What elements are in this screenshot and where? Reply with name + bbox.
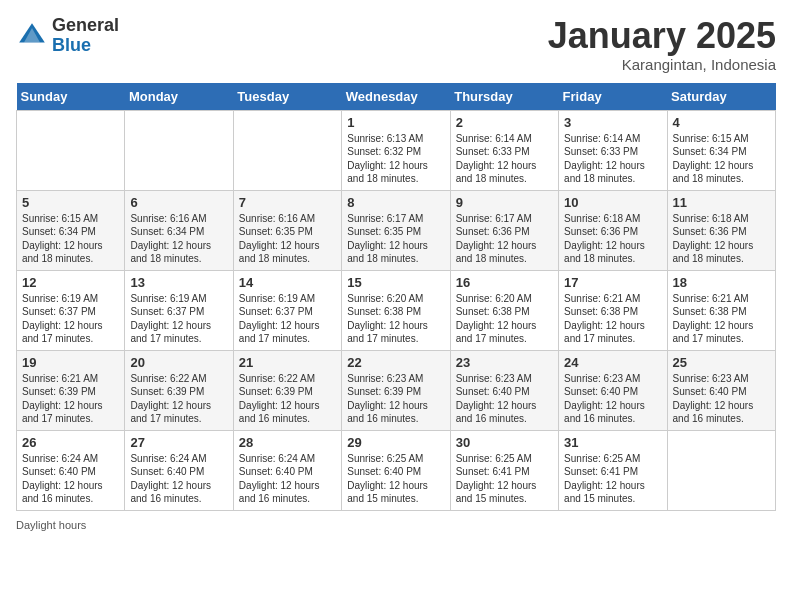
calendar-cell: 14Sunrise: 6:19 AM Sunset: 6:37 PM Dayli… <box>233 270 341 350</box>
day-number: 17 <box>564 275 661 290</box>
calendar-cell <box>125 110 233 190</box>
calendar-cell: 1Sunrise: 6:13 AM Sunset: 6:32 PM Daylig… <box>342 110 450 190</box>
calendar-cell <box>233 110 341 190</box>
header-day-tuesday: Tuesday <box>233 83 341 111</box>
day-info: Sunrise: 6:17 AM Sunset: 6:35 PM Dayligh… <box>347 212 444 266</box>
day-number: 22 <box>347 355 444 370</box>
day-number: 13 <box>130 275 227 290</box>
calendar-cell: 31Sunrise: 6:25 AM Sunset: 6:41 PM Dayli… <box>559 430 667 510</box>
day-info: Sunrise: 6:20 AM Sunset: 6:38 PM Dayligh… <box>347 292 444 346</box>
calendar-week-4: 19Sunrise: 6:21 AM Sunset: 6:39 PM Dayli… <box>17 350 776 430</box>
day-info: Sunrise: 6:23 AM Sunset: 6:40 PM Dayligh… <box>456 372 553 426</box>
logo-icon <box>16 20 48 52</box>
calendar-subtitle: Karangintan, Indonesia <box>548 56 776 73</box>
calendar-cell: 22Sunrise: 6:23 AM Sunset: 6:39 PM Dayli… <box>342 350 450 430</box>
footer: Daylight hours <box>16 519 776 531</box>
day-info: Sunrise: 6:22 AM Sunset: 6:39 PM Dayligh… <box>239 372 336 426</box>
day-number: 10 <box>564 195 661 210</box>
day-info: Sunrise: 6:21 AM Sunset: 6:38 PM Dayligh… <box>564 292 661 346</box>
calendar-cell: 12Sunrise: 6:19 AM Sunset: 6:37 PM Dayli… <box>17 270 125 350</box>
calendar-cell: 18Sunrise: 6:21 AM Sunset: 6:38 PM Dayli… <box>667 270 775 350</box>
day-info: Sunrise: 6:23 AM Sunset: 6:40 PM Dayligh… <box>564 372 661 426</box>
day-number: 30 <box>456 435 553 450</box>
day-number: 31 <box>564 435 661 450</box>
day-info: Sunrise: 6:22 AM Sunset: 6:39 PM Dayligh… <box>130 372 227 426</box>
calendar-week-3: 12Sunrise: 6:19 AM Sunset: 6:37 PM Dayli… <box>17 270 776 350</box>
header-day-sunday: Sunday <box>17 83 125 111</box>
calendar-cell: 29Sunrise: 6:25 AM Sunset: 6:40 PM Dayli… <box>342 430 450 510</box>
calendar-cell: 3Sunrise: 6:14 AM Sunset: 6:33 PM Daylig… <box>559 110 667 190</box>
day-info: Sunrise: 6:14 AM Sunset: 6:33 PM Dayligh… <box>456 132 553 186</box>
logo-general-text: General <box>52 16 119 36</box>
day-info: Sunrise: 6:24 AM Sunset: 6:40 PM Dayligh… <box>130 452 227 506</box>
day-number: 9 <box>456 195 553 210</box>
title-block: January 2025 Karangintan, Indonesia <box>548 16 776 73</box>
day-number: 26 <box>22 435 119 450</box>
day-info: Sunrise: 6:20 AM Sunset: 6:38 PM Dayligh… <box>456 292 553 346</box>
calendar-cell: 10Sunrise: 6:18 AM Sunset: 6:36 PM Dayli… <box>559 190 667 270</box>
day-info: Sunrise: 6:19 AM Sunset: 6:37 PM Dayligh… <box>239 292 336 346</box>
header-day-monday: Monday <box>125 83 233 111</box>
calendar-cell: 21Sunrise: 6:22 AM Sunset: 6:39 PM Dayli… <box>233 350 341 430</box>
day-number: 18 <box>673 275 770 290</box>
day-info: Sunrise: 6:21 AM Sunset: 6:38 PM Dayligh… <box>673 292 770 346</box>
header-row: SundayMondayTuesdayWednesdayThursdayFrid… <box>17 83 776 111</box>
day-number: 14 <box>239 275 336 290</box>
day-number: 12 <box>22 275 119 290</box>
day-info: Sunrise: 6:13 AM Sunset: 6:32 PM Dayligh… <box>347 132 444 186</box>
day-number: 3 <box>564 115 661 130</box>
calendar-cell: 26Sunrise: 6:24 AM Sunset: 6:40 PM Dayli… <box>17 430 125 510</box>
day-info: Sunrise: 6:24 AM Sunset: 6:40 PM Dayligh… <box>22 452 119 506</box>
calendar-cell: 7Sunrise: 6:16 AM Sunset: 6:35 PM Daylig… <box>233 190 341 270</box>
calendar-table: SundayMondayTuesdayWednesdayThursdayFrid… <box>16 83 776 511</box>
calendar-cell: 23Sunrise: 6:23 AM Sunset: 6:40 PM Dayli… <box>450 350 558 430</box>
calendar-cell: 8Sunrise: 6:17 AM Sunset: 6:35 PM Daylig… <box>342 190 450 270</box>
day-number: 25 <box>673 355 770 370</box>
day-info: Sunrise: 6:23 AM Sunset: 6:39 PM Dayligh… <box>347 372 444 426</box>
day-number: 27 <box>130 435 227 450</box>
daylight-label: Daylight hours <box>16 519 86 531</box>
day-number: 6 <box>130 195 227 210</box>
calendar-cell: 15Sunrise: 6:20 AM Sunset: 6:38 PM Dayli… <box>342 270 450 350</box>
day-info: Sunrise: 6:16 AM Sunset: 6:34 PM Dayligh… <box>130 212 227 266</box>
calendar-cell: 6Sunrise: 6:16 AM Sunset: 6:34 PM Daylig… <box>125 190 233 270</box>
day-number: 29 <box>347 435 444 450</box>
calendar-cell: 9Sunrise: 6:17 AM Sunset: 6:36 PM Daylig… <box>450 190 558 270</box>
calendar-header: SundayMondayTuesdayWednesdayThursdayFrid… <box>17 83 776 111</box>
day-number: 4 <box>673 115 770 130</box>
day-number: 7 <box>239 195 336 210</box>
day-number: 21 <box>239 355 336 370</box>
day-number: 20 <box>130 355 227 370</box>
calendar-cell: 2Sunrise: 6:14 AM Sunset: 6:33 PM Daylig… <box>450 110 558 190</box>
day-number: 5 <box>22 195 119 210</box>
day-info: Sunrise: 6:14 AM Sunset: 6:33 PM Dayligh… <box>564 132 661 186</box>
calendar-title: January 2025 <box>548 16 776 56</box>
calendar-cell: 17Sunrise: 6:21 AM Sunset: 6:38 PM Dayli… <box>559 270 667 350</box>
day-number: 16 <box>456 275 553 290</box>
logo-text: General Blue <box>52 16 119 56</box>
calendar-cell: 24Sunrise: 6:23 AM Sunset: 6:40 PM Dayli… <box>559 350 667 430</box>
day-number: 15 <box>347 275 444 290</box>
day-info: Sunrise: 6:18 AM Sunset: 6:36 PM Dayligh… <box>564 212 661 266</box>
day-number: 8 <box>347 195 444 210</box>
calendar-cell: 20Sunrise: 6:22 AM Sunset: 6:39 PM Dayli… <box>125 350 233 430</box>
logo: General Blue <box>16 16 119 56</box>
calendar-cell: 30Sunrise: 6:25 AM Sunset: 6:41 PM Dayli… <box>450 430 558 510</box>
day-info: Sunrise: 6:21 AM Sunset: 6:39 PM Dayligh… <box>22 372 119 426</box>
header-day-wednesday: Wednesday <box>342 83 450 111</box>
calendar-cell: 11Sunrise: 6:18 AM Sunset: 6:36 PM Dayli… <box>667 190 775 270</box>
header-day-thursday: Thursday <box>450 83 558 111</box>
calendar-body: 1Sunrise: 6:13 AM Sunset: 6:32 PM Daylig… <box>17 110 776 510</box>
day-info: Sunrise: 6:19 AM Sunset: 6:37 PM Dayligh… <box>22 292 119 346</box>
day-info: Sunrise: 6:25 AM Sunset: 6:41 PM Dayligh… <box>564 452 661 506</box>
day-number: 11 <box>673 195 770 210</box>
calendar-week-2: 5Sunrise: 6:15 AM Sunset: 6:34 PM Daylig… <box>17 190 776 270</box>
header-day-friday: Friday <box>559 83 667 111</box>
calendar-cell: 4Sunrise: 6:15 AM Sunset: 6:34 PM Daylig… <box>667 110 775 190</box>
day-number: 23 <box>456 355 553 370</box>
day-number: 28 <box>239 435 336 450</box>
calendar-cell: 25Sunrise: 6:23 AM Sunset: 6:40 PM Dayli… <box>667 350 775 430</box>
calendar-cell <box>667 430 775 510</box>
day-number: 24 <box>564 355 661 370</box>
header-day-saturday: Saturday <box>667 83 775 111</box>
